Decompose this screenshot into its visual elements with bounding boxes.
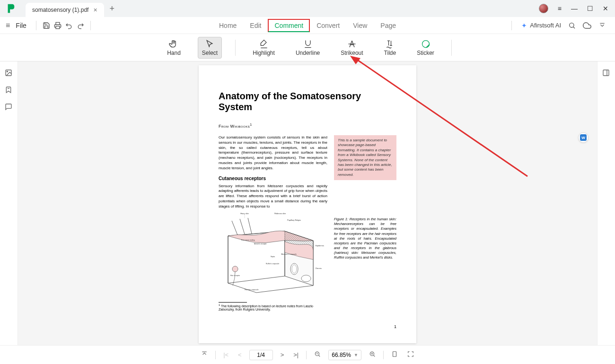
tool-label: Select	[202, 50, 218, 56]
cloud-icon[interactable]	[583, 21, 591, 30]
save-icon[interactable]	[42, 21, 51, 30]
bottom-bar: |< < > >| 66.85% ▼	[0, 345, 615, 364]
tool-label: Strikeout	[341, 50, 363, 56]
collapse-icon[interactable]	[598, 21, 606, 30]
ai-button[interactable]: ✦ Afirstsoft AI	[521, 22, 561, 29]
document-viewport[interactable]: Anatomy of the Somatosensory System From…	[18, 61, 597, 345]
next-page-button[interactable]: >	[279, 350, 286, 359]
zoom-out-button[interactable]	[312, 350, 323, 360]
svg-line-16	[240, 219, 245, 234]
svg-point-20	[301, 275, 311, 282]
zoom-level-select[interactable]: 66.85% ▼	[328, 350, 361, 360]
menu-edit[interactable]: Edit	[243, 19, 268, 32]
ai-label: Afirstsoft AI	[530, 22, 561, 29]
tool-select[interactable]: Select	[198, 37, 222, 59]
tool-underline[interactable]: Underline	[292, 37, 324, 58]
page-number-input[interactable]	[249, 350, 273, 360]
svg-text:Papillary Ridges: Papillary Ridges	[287, 219, 301, 221]
svg-text:Septa: Septa	[271, 256, 275, 258]
paragraph-1: Our somatosensory system consists of sen…	[219, 135, 327, 171]
minimize-button[interactable]: —	[571, 5, 578, 12]
menu-page[interactable]: Page	[374, 19, 403, 32]
paragraph-2: Sensory information from Meissner corpus…	[219, 184, 327, 209]
svg-rect-47	[393, 352, 396, 357]
tool-highlight[interactable]: Highlight	[249, 37, 279, 58]
footnote: 1 The following description is based on …	[219, 303, 327, 311]
user-avatar[interactable]	[539, 4, 548, 13]
menu-convert[interactable]: Convert	[310, 19, 346, 32]
scroll-top-button[interactable]	[199, 350, 210, 360]
new-tab-button[interactable]: +	[110, 4, 115, 14]
close-window-button[interactable]: ✕	[603, 5, 608, 12]
tool-label: Tilde	[384, 50, 396, 56]
document-tab[interactable]: somatosensory (1).pdf ×	[26, 3, 104, 17]
file-menu[interactable]: File	[16, 22, 26, 29]
tilde-icon	[385, 39, 395, 49]
last-page-button[interactable]: >|	[291, 350, 300, 359]
chevron-down-icon: ▼	[354, 353, 358, 357]
svg-text:Epidermis: Epidermis	[316, 244, 324, 247]
tool-label: Highlight	[253, 50, 275, 56]
zoom-value: 66.85%	[332, 352, 351, 358]
underline-icon	[303, 39, 313, 49]
svg-text:Free nerve ending: Free nerve ending	[241, 239, 255, 241]
tool-tilde[interactable]: Tilde	[380, 37, 400, 58]
svg-text:Hair receptor: Hair receptor	[230, 275, 240, 277]
hamburger-icon[interactable]: ≡	[6, 21, 10, 30]
first-page-button[interactable]: |<	[221, 350, 230, 359]
tab-close-icon[interactable]: ×	[93, 6, 97, 14]
word-export-badge[interactable]: W	[578, 132, 589, 143]
main-area: Anatomy of the Somatosensory System From…	[0, 61, 615, 345]
page-number: 1	[394, 324, 396, 329]
divider	[36, 21, 36, 30]
redo-icon[interactable]	[76, 21, 85, 30]
maximize-button[interactable]: ☐	[587, 5, 593, 12]
thumbnails-icon[interactable]	[5, 69, 13, 78]
svg-text:Merkel's receptor: Merkel's receptor	[254, 243, 267, 245]
svg-point-18	[290, 263, 298, 275]
tab-title: somatosensory (1).pdf	[32, 7, 88, 13]
divider	[306, 351, 307, 359]
tool-label: Underline	[296, 50, 320, 56]
source-line: From Wikibooks1	[219, 123, 396, 129]
svg-text:Glabrous skin: Glabrous skin	[274, 212, 286, 215]
divider	[235, 40, 236, 56]
bookmarks-icon[interactable]	[5, 86, 13, 95]
divider	[511, 21, 512, 30]
svg-line-44	[373, 355, 375, 356]
figure-caption: Figure 1: Receptors in the human skin: M…	[334, 217, 396, 260]
svg-line-2	[573, 26, 575, 28]
panel-toggle-icon[interactable]	[602, 69, 611, 78]
undo-icon[interactable]	[65, 21, 73, 30]
tool-sticker[interactable]: Sticker	[413, 37, 438, 58]
menu-home[interactable]: Home	[212, 19, 243, 32]
svg-text:Pacinian corpuscle: Pacinian corpuscle	[245, 289, 258, 291]
svg-point-21	[232, 266, 238, 272]
zoom-in-button[interactable]	[367, 350, 378, 360]
menu-icon[interactable]: ≡	[558, 5, 562, 12]
tool-label: Hand	[167, 50, 181, 56]
sticker-icon	[421, 39, 430, 49]
svg-text:Hairy skin: Hairy skin	[240, 212, 249, 215]
menu-view[interactable]: View	[346, 19, 374, 32]
svg-line-15	[232, 221, 237, 235]
menu-bar: ≡ File Home Edit Comment Convert View Pa…	[0, 17, 615, 34]
svg-rect-35	[603, 70, 609, 76]
highlight-icon	[259, 39, 269, 49]
fullscreen-button[interactable]	[405, 350, 416, 360]
prev-page-button[interactable]: <	[236, 350, 244, 359]
search-icon[interactable]	[568, 21, 576, 30]
tool-hand[interactable]: Hand	[163, 37, 184, 58]
fit-page-button[interactable]	[389, 350, 400, 360]
menu-comment[interactable]: Comment	[268, 19, 310, 32]
strikeout-icon	[347, 39, 357, 49]
sparkle-icon: ✦	[521, 22, 527, 29]
svg-line-41	[319, 355, 320, 356]
print-icon[interactable]	[53, 21, 62, 30]
right-sidebar	[597, 61, 615, 345]
divider	[90, 21, 91, 30]
cursor-icon	[205, 39, 214, 49]
tool-strikeout[interactable]: Strikeout	[337, 37, 367, 58]
svg-line-17	[248, 218, 252, 234]
comments-panel-icon[interactable]	[5, 103, 13, 112]
